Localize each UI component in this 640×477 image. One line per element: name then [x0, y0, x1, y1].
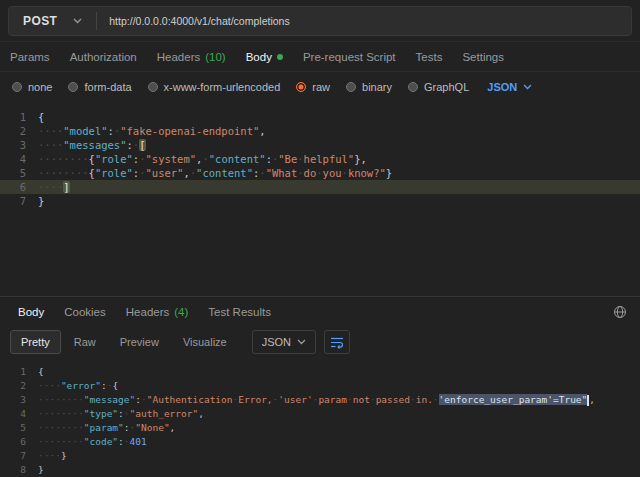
- response-code-line-8[interactable]: 8}: [0, 463, 640, 477]
- body-type-none[interactable]: none: [12, 81, 52, 93]
- tab-label: Headers: [126, 306, 169, 318]
- response-tab-body[interactable]: Body: [8, 297, 54, 326]
- code-text: ········"type":·"auth_error",: [26, 407, 204, 421]
- code-text: ····"messages":·[: [26, 138, 146, 152]
- code-text: }: [26, 194, 44, 208]
- tab-label: Body: [18, 306, 44, 318]
- url-field: POST http://0.0.0.0:4000/v1/chat/complet…: [8, 6, 632, 36]
- response-toolbar: PrettyRawPreviewVisualize JSON: [0, 326, 640, 358]
- line-number: 5: [0, 421, 26, 435]
- request-code-line-1[interactable]: 1{: [0, 110, 640, 124]
- request-tab-settings[interactable]: Settings: [452, 42, 514, 71]
- request-tab-authorization[interactable]: Authorization: [60, 42, 147, 71]
- request-tab-tests[interactable]: Tests: [406, 42, 453, 71]
- request-code-line-4[interactable]: 4········{"role":·"system",·"content":·"…: [0, 152, 640, 166]
- code-text: ········"code":·401: [26, 435, 147, 449]
- line-number: 3: [0, 393, 26, 407]
- response-section-header: BodyCookiesHeaders(4)Test Results: [0, 296, 640, 326]
- radio-icon: [296, 82, 306, 92]
- code-text: ····"model":·"fake-openai-endpoint",: [26, 124, 266, 138]
- globe-icon: [613, 305, 627, 319]
- code-text: ········"param":·"None",: [26, 421, 175, 435]
- body-type-x-www-form-urlencoded[interactable]: x-www-form-urlencoded: [148, 81, 281, 93]
- tab-label: Pre-request Script: [303, 51, 396, 63]
- code-text: }: [26, 463, 44, 477]
- wrap-lines-button[interactable]: [324, 330, 350, 354]
- radio-label: none: [28, 81, 52, 93]
- line-number: 6: [0, 180, 26, 194]
- request-code-line-5[interactable]: 5········{"role":·"user",·"content":·"Wh…: [0, 166, 640, 180]
- request-tab-params[interactable]: Params: [0, 42, 60, 71]
- tab-count: (10): [205, 51, 225, 63]
- response-body-editor[interactable]: 1{2····"error":·{3········"message":·"Au…: [0, 358, 640, 477]
- line-number: 6: [0, 435, 26, 449]
- response-tab-headers[interactable]: Headers(4): [116, 297, 199, 326]
- radio-icon: [346, 82, 356, 92]
- response-code-line-4[interactable]: 4········"type":·"auth_error",: [0, 407, 640, 421]
- request-tab-headers[interactable]: Headers(10): [147, 42, 236, 71]
- response-code-line-5[interactable]: 5········"param":·"None",: [0, 421, 640, 435]
- radio-label: GraphQL: [424, 81, 469, 93]
- radio-label: form-data: [84, 81, 131, 93]
- response-language-label: JSON: [262, 336, 291, 348]
- response-view-raw[interactable]: Raw: [63, 330, 107, 354]
- tab-label: Settings: [462, 51, 504, 63]
- line-number: 2: [0, 124, 26, 138]
- wrap-lines-icon: [330, 336, 344, 349]
- radio-label: raw: [312, 81, 330, 93]
- body-type-row: noneform-datax-www-form-urlencodedrawbin…: [0, 72, 640, 102]
- request-url-bar: POST http://0.0.0.0:4000/v1/chat/complet…: [0, 0, 640, 42]
- tab-label: Test Results: [208, 306, 271, 318]
- response-tab-cookies[interactable]: Cookies: [54, 297, 116, 326]
- request-code-line-3[interactable]: 3····"messages":·[: [0, 138, 640, 152]
- request-code-line-7[interactable]: 7}: [0, 194, 640, 208]
- request-code-line-2[interactable]: 2····"model":·"fake-openai-endpoint",: [0, 124, 640, 138]
- language-label: JSON: [487, 81, 517, 93]
- response-code-line-1[interactable]: 1{: [0, 365, 640, 379]
- radio-label: x-www-form-urlencoded: [164, 81, 281, 93]
- language-select[interactable]: JSON: [487, 81, 532, 93]
- body-type-graphql[interactable]: GraphQL: [408, 81, 469, 93]
- response-tab-test-results[interactable]: Test Results: [198, 297, 281, 326]
- app-root: POST http://0.0.0.0:4000/v1/chat/complet…: [0, 0, 640, 477]
- radio-icon: [68, 82, 78, 92]
- response-view-preview[interactable]: Preview: [109, 330, 170, 354]
- code-text: ····"error":·{: [26, 379, 118, 393]
- response-language-select[interactable]: JSON: [252, 330, 316, 354]
- request-tab-pre-request-script[interactable]: Pre-request Script: [293, 42, 406, 71]
- request-body-editor[interactable]: 1{2····"model":·"fake-openai-endpoint",3…: [0, 102, 640, 296]
- line-number: 4: [0, 152, 26, 166]
- radio-icon: [408, 82, 418, 92]
- tab-count: (4): [174, 306, 188, 318]
- response-view-tabs: PrettyRawPreviewVisualize: [10, 330, 238, 354]
- response-code-line-2[interactable]: 2····"error":·{: [0, 379, 640, 393]
- code-text: ········{"role":·"user",·"content":·"Wha…: [26, 166, 392, 180]
- request-tab-body[interactable]: Body: [236, 42, 293, 71]
- line-number: 8: [0, 463, 26, 477]
- request-code-line-6[interactable]: 6····]: [0, 180, 640, 194]
- response-code-line-7[interactable]: 7····}: [0, 449, 640, 463]
- url-input[interactable]: http://0.0.0.0:4000/v1/chat/completions: [97, 15, 631, 27]
- method-select[interactable]: POST: [9, 14, 96, 28]
- response-code-line-6[interactable]: 6········"code":·401: [0, 435, 640, 449]
- code-text: {: [26, 365, 44, 379]
- tab-label: Params: [10, 51, 50, 63]
- network-status-button[interactable]: [608, 300, 632, 324]
- chevron-down-icon: [297, 339, 306, 345]
- tab-label: Cookies: [64, 306, 106, 318]
- line-number: 7: [0, 449, 26, 463]
- line-number: 2: [0, 379, 26, 393]
- code-text: ········{"role":·"system",·"content":·"B…: [26, 152, 367, 166]
- line-number: 1: [0, 365, 26, 379]
- body-type-raw[interactable]: raw: [296, 81, 330, 93]
- tab-label: Authorization: [70, 51, 137, 63]
- response-view-visualize[interactable]: Visualize: [172, 330, 238, 354]
- body-type-binary[interactable]: binary: [346, 81, 392, 93]
- body-type-form-data[interactable]: form-data: [68, 81, 131, 93]
- response-code-line-3[interactable]: 3········"message":·"Authentication·Erro…: [0, 393, 640, 407]
- response-tabs: BodyCookiesHeaders(4)Test Results: [8, 297, 281, 326]
- radio-icon: [12, 82, 22, 92]
- code-text: ····}: [26, 449, 67, 463]
- request-tabs: ParamsAuthorizationHeaders(10)BodyPre-re…: [0, 42, 640, 72]
- response-view-pretty[interactable]: Pretty: [10, 330, 61, 354]
